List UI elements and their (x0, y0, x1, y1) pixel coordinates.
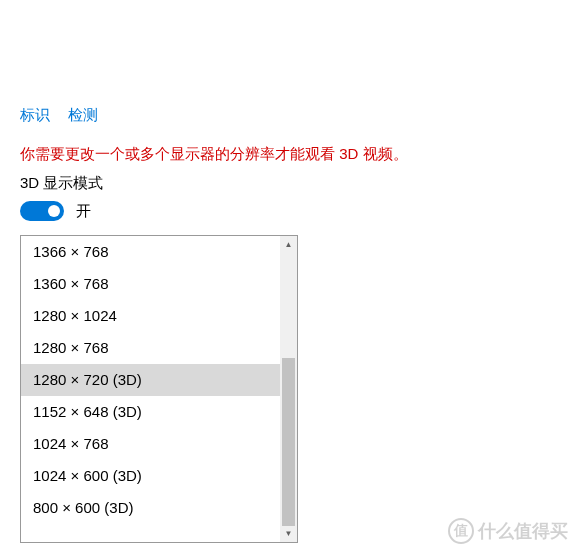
scroll-down-arrow-icon[interactable]: ▼ (280, 525, 297, 542)
resolution-option[interactable]: 1024 × 600 (3D) (21, 460, 280, 492)
listbox-scrollbar[interactable]: ▲ ▼ (280, 236, 297, 542)
toggle-knob (48, 205, 60, 217)
toggle-state-label: 开 (76, 202, 91, 221)
scroll-thumb[interactable] (282, 358, 295, 526)
resolution-option[interactable]: 1360 × 768 (21, 268, 280, 300)
resolution-option[interactable]: 1280 × 1024 (21, 300, 280, 332)
resolution-option[interactable]: 1024 × 768 (21, 428, 280, 460)
resolution-option[interactable]: 1366 × 768 (21, 236, 280, 268)
detect-link[interactable]: 检测 (68, 106, 98, 125)
display-mode-label: 3D 显示模式 (20, 174, 556, 193)
resolution-listbox[interactable]: 1366 × 7681360 × 7681280 × 10241280 × 76… (20, 235, 298, 543)
display-mode-toggle[interactable] (20, 201, 64, 221)
resolution-warning-text: 你需要更改一个或多个显示器的分辨率才能观看 3D 视频。 (20, 145, 556, 164)
resolution-option[interactable]: 800 × 600 (3D) (21, 492, 280, 524)
identify-link[interactable]: 标识 (20, 106, 50, 125)
resolution-option[interactable]: 1280 × 720 (3D) (21, 364, 280, 396)
display-preview-area (20, 0, 556, 96)
resolution-option[interactable]: 1280 × 768 (21, 332, 280, 364)
resolution-option[interactable]: 1152 × 648 (3D) (21, 396, 280, 428)
scroll-up-arrow-icon[interactable]: ▲ (280, 236, 297, 253)
display-action-links: 标识 检测 (20, 106, 556, 125)
